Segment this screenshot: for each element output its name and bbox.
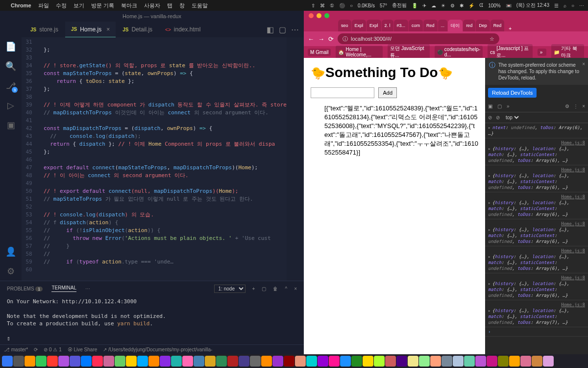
dock-app[interactable] <box>532 356 542 367</box>
menubar-status-item[interactable]: ⚙ <box>450 3 455 8</box>
menubar-status-item[interactable]: ☁ <box>431 3 436 8</box>
dock-app[interactable] <box>363 356 373 367</box>
console-message[interactable]: Home.js:8▸{history: {…}, location: {…}, … <box>485 273 588 300</box>
device-icon[interactable]: ▢ <box>497 104 502 109</box>
menubar-status-item[interactable]: ᗧ <box>479 2 483 8</box>
search-icon[interactable]: 🔍 <box>5 61 16 72</box>
scope-select[interactable]: top <box>504 114 520 121</box>
bookmark-item[interactable]: ⚫codestates/help-d... <box>435 46 483 58</box>
menu-edit[interactable]: 수정 <box>56 2 67 9</box>
kebab-icon[interactable]: ⋮ <box>573 104 578 109</box>
menubar-status-item[interactable]: 🔋 <box>412 3 417 8</box>
git-branch[interactable]: ⎇ master* <box>4 347 28 352</box>
dock-app[interactable] <box>261 356 272 367</box>
menu-bookmarks[interactable]: 북마크 <box>121 2 137 9</box>
browser-tab[interactable]: Dep <box>476 20 490 31</box>
new-terminal-icon[interactable]: + <box>252 286 255 291</box>
menubar-status-item[interactable]: ✱ <box>460 3 464 8</box>
editor[interactable]: 31 32 33 34 35 36 37 38 39 40 41 42 43 4… <box>22 37 304 281</box>
settings-gear-icon[interactable]: ⚙ <box>565 104 569 109</box>
console-output[interactable]: ▸ntext: undefined, toDos: Array(6), …}Ho… <box>485 123 588 354</box>
dock-app[interactable] <box>182 356 193 367</box>
close-info-icon[interactable]: × <box>582 61 585 67</box>
split-terminal-icon[interactable]: ▢ <box>262 286 266 291</box>
dock-app[interactable] <box>408 356 418 367</box>
dock-app[interactable] <box>24 356 35 367</box>
todo-input[interactable] <box>311 87 374 98</box>
dock-app[interactable] <box>329 356 340 367</box>
settings-icon[interactable]: ⚙ <box>5 266 16 277</box>
dock-app[interactable] <box>13 356 24 367</box>
menubar-status-item[interactable]: 0.0KB/s <box>358 3 375 8</box>
menu-view[interactable]: 보기 <box>74 2 84 9</box>
code-area[interactable]: }; // ! store.getState() 의 역할, props 로 s… <box>37 37 287 281</box>
dock-app[interactable] <box>115 356 125 367</box>
editor-tab[interactable]: JSDetail.js <box>117 22 158 37</box>
live-share[interactable]: ⦿ Live Share <box>68 347 98 352</box>
dock-app[interactable] <box>284 356 294 367</box>
clear-icon[interactable]: ⊘ <box>496 115 500 120</box>
menubar-status-item[interactable]: ○ <box>350 3 353 8</box>
dock-app[interactable] <box>194 356 204 367</box>
dock-app[interactable] <box>205 356 216 367</box>
menu-history[interactable]: 방문 기록 <box>91 2 114 9</box>
dock-app[interactable] <box>340 356 351 367</box>
split-icon[interactable]: ▢ <box>279 25 286 34</box>
menubar-status-item[interactable]: ⌘ <box>320 3 325 8</box>
menubar-status-item[interactable]: ⇧ <box>311 3 315 8</box>
back-icon[interactable]: ← <box>308 35 314 43</box>
eye-icon[interactable]: ⊘ <box>488 115 492 120</box>
menu-tab[interactable]: 탭 <box>167 2 172 9</box>
browser-tab[interactable]: 2. l <box>382 20 393 31</box>
site-info-icon[interactable]: ⓘ <box>343 35 348 43</box>
dock-app[interactable] <box>250 356 261 367</box>
dock-app[interactable] <box>396 356 407 367</box>
editor-tab[interactable]: JSHome.js× <box>65 22 116 37</box>
dock-app[interactable] <box>441 356 452 367</box>
dock-app[interactable] <box>171 356 182 367</box>
dock-app[interactable] <box>385 356 396 367</box>
address-bar[interactable]: ⓘ localhost:3000/#/ ☆ <box>338 33 499 44</box>
zoom-window-icon[interactable] <box>324 13 329 18</box>
dock-app[interactable] <box>487 356 497 367</box>
dock-app[interactable] <box>81 356 92 367</box>
problems-tab[interactable]: PROBLEMS 1 <box>7 286 43 291</box>
menubar-status-item[interactable]: (목) 오전 12:43 <box>516 2 549 9</box>
dock-app[interactable] <box>160 356 171 367</box>
menubar-status-item[interactable]: ⌕ <box>564 3 566 8</box>
menubar-status-item[interactable]: ○ <box>571 3 574 8</box>
debug-icon[interactable]: ▷ <box>5 100 16 111</box>
menu-file[interactable]: 파일 <box>38 2 49 9</box>
minimize-window-icon[interactable] <box>317 13 321 18</box>
minimap[interactable] <box>287 37 304 281</box>
menubar-status-item[interactable]: ☀ <box>441 3 445 8</box>
dock-app[interactable] <box>2 356 13 367</box>
menubar-status-item[interactable]: ✈ <box>422 3 426 8</box>
console-message[interactable]: Home.js:8▸{history: {…}, location: {…}, … <box>485 246 588 273</box>
menubar-status-item[interactable]: ⚡ <box>468 3 474 8</box>
browser-tab[interactable]: Expl <box>367 20 381 31</box>
close-window-icon[interactable] <box>309 13 314 18</box>
dock-app[interactable] <box>543 356 554 367</box>
extensions-icon[interactable]: ▣ <box>5 120 16 131</box>
dock-app[interactable] <box>509 356 520 367</box>
problems-status[interactable]: ⊘ 0 ⚠ 1 <box>44 347 61 352</box>
menu-window[interactable]: 창 <box>179 2 185 9</box>
console-message[interactable]: Home.js:8▸{history: {…}, location: {…}, … <box>485 192 588 219</box>
console-message[interactable]: Home.js:8▸{history: {…}, location: {…}, … <box>485 165 588 192</box>
dock-app[interactable] <box>148 356 159 367</box>
forward-icon[interactable]: → <box>318 35 324 43</box>
browser-tab[interactable]: Red <box>423 20 438 31</box>
dock-app[interactable] <box>374 356 385 367</box>
menubar-status-item[interactable]: ⚫ <box>339 3 345 8</box>
dock-app[interactable] <box>475 356 486 367</box>
more-icon[interactable]: ⋯ <box>291 25 299 34</box>
close-panel-icon[interactable]: × <box>294 286 297 291</box>
reload-devtools-button[interactable]: Reload DevTools <box>488 88 537 98</box>
dock-app[interactable] <box>92 356 103 367</box>
source-control-icon[interactable]: ⎇ <box>5 80 16 91</box>
menubar-status-item[interactable]: 100% <box>488 3 501 8</box>
browser-tab[interactable]: 데이 <box>448 20 463 31</box>
add-button[interactable]: Add <box>378 87 397 98</box>
bookmark-item[interactable]: » <box>538 49 547 56</box>
